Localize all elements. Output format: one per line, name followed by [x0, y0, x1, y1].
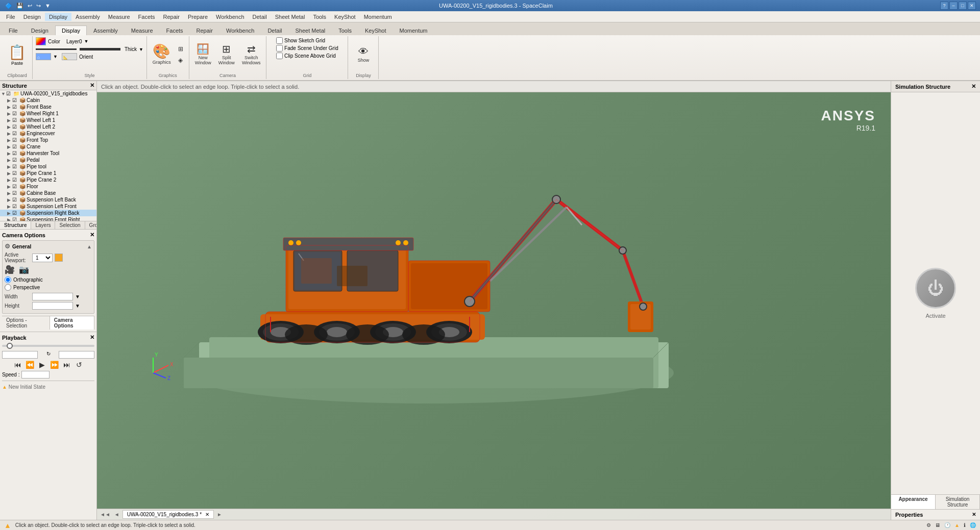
wheelright2-check[interactable]: ☑	[12, 117, 19, 123]
cabin-check[interactable]: ☑	[12, 97, 19, 103]
home-dropdown[interactable]: ▼	[53, 54, 58, 59]
graphics-opt2[interactable]: ◈	[176, 55, 186, 65]
tree-item-susp-left-back[interactable]: ▶ ☑ 📦 Suspension Left Back	[0, 196, 96, 203]
tab-file[interactable]: File	[2, 26, 24, 35]
susp-front-right-expand[interactable]: ▶	[7, 217, 12, 221]
tree-item-cabin[interactable]: ▶ ☑ 📦 Cabin	[0, 97, 96, 104]
floor-check[interactable]: ☑	[12, 184, 19, 189]
new-initial-state[interactable]: ▲ New Initial State	[2, 383, 94, 391]
tree-item-pipecrane2[interactable]: ▶ ☑ 📦 Pipe Crane 2	[0, 176, 96, 183]
crane-expand[interactable]: ▶	[7, 144, 12, 149]
tree-item-fronttop[interactable]: ▶ ☑ 📦 Front Top	[0, 137, 96, 143]
speed-input[interactable]: 100 %	[21, 371, 50, 378]
tree-item-wheelleft1[interactable]: ▶ ☑ 📦 Wheel Left 2	[0, 123, 96, 130]
tab-facets[interactable]: Facets	[160, 26, 190, 35]
enginecover-expand[interactable]: ▶	[7, 131, 12, 136]
tree-item-wheelright1[interactable]: ▶ ☑ 📦 Wheel Right 1	[0, 110, 96, 117]
camera-view-icon[interactable]: 🎥	[5, 265, 15, 274]
tree-item-susp-right-back[interactable]: ▶ ☑ 📦 Suspension Right Back	[0, 210, 96, 216]
switch-windows-button[interactable]: ⇄ SwitchWindows	[239, 42, 263, 67]
playback-thumb[interactable]	[7, 343, 13, 349]
camera-photo-icon[interactable]: 📷	[19, 265, 29, 274]
vp-left-btn[interactable]: ◄	[113, 512, 120, 517]
viewport-color-box[interactable]	[55, 254, 63, 262]
menu-keyshot[interactable]: KeyShot	[330, 13, 360, 21]
orthographic-radio-label[interactable]: Orthographic	[5, 276, 92, 283]
tree-item-pipecrane1[interactable]: ▶ ☑ 📦 Pipe Crane 1	[0, 170, 96, 176]
play-btn[interactable]: ▶	[37, 361, 47, 369]
graphics-button[interactable]: 🎨 Graphics	[150, 43, 174, 66]
save-quick-btn[interactable]: 💾	[15, 3, 24, 9]
wheelright1-check[interactable]: ☑	[12, 111, 19, 116]
paste-button[interactable]: 📋 Paste	[7, 42, 28, 67]
menu-momentum[interactable]: Momentum	[360, 13, 396, 21]
vp-tab-close[interactable]: ✕	[205, 512, 209, 517]
width-dropdown-icon[interactable]: ▼	[75, 294, 80, 299]
pipetool-check[interactable]: ☑	[12, 164, 19, 169]
menu-detail[interactable]: Detail	[249, 13, 271, 21]
show-display-button[interactable]: 👁 Show	[354, 45, 373, 64]
new-window-button[interactable]: 🪟 NewWindow	[192, 42, 214, 67]
thick-dropdown-icon[interactable]: ▼	[139, 47, 143, 52]
menu-display[interactable]: Display	[45, 13, 71, 21]
susp-left-back-check[interactable]: ☑	[12, 197, 19, 203]
undo-quick-btn[interactable]: ↩	[27, 3, 33, 9]
harvestertool-check[interactable]: ☑	[12, 150, 19, 156]
menu-repair[interactable]: Repair	[159, 13, 184, 21]
tab-assembly[interactable]: Assembly	[87, 26, 125, 35]
activate-circle[interactable]: ⏻	[915, 268, 956, 309]
pipetool-expand[interactable]: ▶	[7, 164, 12, 169]
wheelleft1-check[interactable]: ☑	[12, 124, 19, 130]
perspective-radio-label[interactable]: Perspective	[5, 284, 92, 291]
next-btn[interactable]: ⏩	[50, 361, 60, 369]
fronttop-check[interactable]: ☑	[12, 137, 19, 143]
show-sketch-grid-check[interactable]: Show Sketch Grid	[276, 37, 325, 44]
menu-measure[interactable]: Measure	[104, 13, 134, 21]
vp-tab-main[interactable]: UWA-00200_V15_rigidbodies.3 * ✕	[122, 510, 214, 519]
window-controls[interactable]: ? – □ ✕	[940, 2, 976, 10]
tree-item-wheelright2[interactable]: ▶ ☑ 📦 Wheel Left 1	[0, 117, 96, 123]
pedal-check[interactable]: ☑	[12, 157, 19, 163]
quick-access-toolbar[interactable]: 🔷 💾 ↩ ↪ ▼	[4, 3, 52, 9]
vp-right-btn[interactable]: ►	[216, 512, 223, 517]
fronttop-expand[interactable]: ▶	[7, 138, 12, 143]
close-btn[interactable]: ✕	[968, 2, 976, 10]
tree-item-harvestertool[interactable]: ▶ ☑ 📦 Harvester Tool	[0, 150, 96, 157]
tab-momentum[interactable]: Momentum	[393, 26, 434, 35]
fade-scene-check[interactable]: Fade Scene Under Grid	[276, 45, 338, 52]
menu-sheet-metal[interactable]: Sheet Metal	[271, 13, 309, 21]
tab-groups[interactable]: Groups	[85, 221, 96, 229]
view-plan-btn[interactable]: 📐	[62, 53, 77, 60]
root-check-icon[interactable]: ☑	[6, 91, 13, 96]
root-expand-icon[interactable]: ▼	[1, 91, 6, 96]
tab-workbench[interactable]: Workbench	[219, 26, 261, 35]
tree-item-cabinebase[interactable]: ▶ ☑ 📦 Cabine Base	[0, 190, 96, 196]
playback-close-icon[interactable]: ✕	[90, 334, 94, 341]
camera-close-icon[interactable]: ✕	[90, 232, 94, 238]
wheelright1-expand[interactable]: ▶	[7, 111, 12, 116]
susp-right-back-expand[interactable]: ▶	[7, 211, 12, 216]
tab-structure[interactable]: Structure	[0, 221, 31, 229]
cabinebase-expand[interactable]: ▶	[7, 191, 12, 196]
viewport-content[interactable]: ANSYS R19.1	[97, 92, 891, 520]
playback-slider[interactable]	[2, 345, 94, 347]
menu-prepare[interactable]: Prepare	[184, 13, 212, 21]
cabinebase-check[interactable]: ☑	[12, 190, 19, 196]
tree-item-floor[interactable]: ▶ ☑ 📦 Floor	[0, 183, 96, 190]
tree-item-pedal[interactable]: ▶ ☑ 📦 Pedal	[0, 157, 96, 163]
susp-left-front-expand[interactable]: ▶	[7, 204, 12, 209]
layer-dropdown-icon[interactable]: ▼	[84, 39, 88, 44]
crane-check[interactable]: ☑	[12, 144, 19, 149]
tab-tools[interactable]: Tools	[332, 26, 358, 35]
frontbase-check[interactable]: ☑	[12, 104, 19, 110]
tab-keyshot[interactable]: KeyShot	[358, 26, 393, 35]
tree-item-enginecover[interactable]: ▶ ☑ 📦 Enginecover	[0, 130, 96, 137]
skip-back-btn[interactable]: ⏮	[13, 361, 23, 369]
prev-btn[interactable]: ⏪	[25, 361, 35, 369]
susp-left-back-expand[interactable]: ▶	[7, 197, 12, 203]
menu-assembly[interactable]: Assembly	[71, 13, 104, 21]
end-time-input[interactable]: 00:10.000	[59, 351, 94, 359]
sim-tab-appearance[interactable]: Appearance	[891, 495, 936, 509]
cam-tab-camera[interactable]: Camera Options	[50, 316, 94, 330]
tree-item-susp-front-right[interactable]: ▶ ☑ 📦 Suspension Front Right	[0, 216, 96, 221]
